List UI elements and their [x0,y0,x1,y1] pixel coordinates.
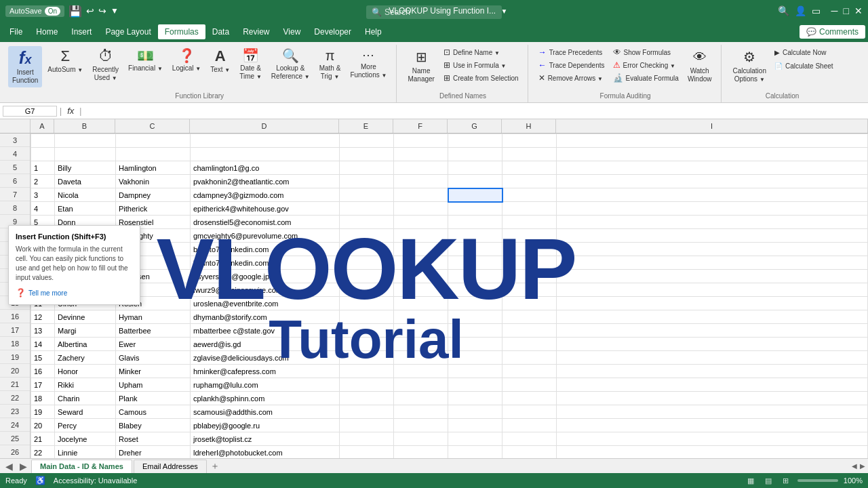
cell-r8-c6[interactable] [448,243,502,256]
remove-arrows-button[interactable]: ✕ Remove Arrows ▼ [535,72,608,84]
cell-r23-c7[interactable] [502,446,557,459]
cell-r18-c0[interactable]: 17 [31,378,55,392]
cell-r0-c2[interactable] [116,134,191,148]
minimize-icon[interactable]: ─ [831,5,838,16]
cell-r21-c6[interactable] [448,419,502,432]
cell-r10-c5[interactable] [394,270,448,283]
menu-item-developer[interactable]: Developer [307,24,358,39]
profile-icon[interactable]: 👤 [795,5,806,16]
cell-r8-c3[interactable]: bminto7@linkedin.com [191,243,340,256]
cell-r11-c8[interactable] [557,283,868,297]
cell-r16-c4[interactable] [340,351,394,365]
page-layout-button[interactable]: ▤ [762,474,774,487]
cell-r3-c5[interactable] [394,175,448,188]
cell-r15-c1[interactable]: Albertina [55,338,116,351]
cell-r3-c0[interactable]: 2 [31,175,55,188]
cell-r1-c3[interactable] [191,148,340,161]
row-header-20[interactable]: 22 [0,391,30,405]
cell-r0-c5[interactable] [394,134,448,148]
lookup-ref-button[interactable]: 🔍 Lookup &Reference ▼ [267,46,314,83]
cell-r18-c1[interactable]: Rikki [55,378,116,392]
tab-scroll-right-icon[interactable]: ▶ [860,462,865,470]
cell-r2-c3[interactable]: chamlington1@g.co [191,161,340,175]
cell-r17-c7[interactable] [502,365,557,378]
cell-r9-c6[interactable] [448,256,502,270]
col-header-E[interactable]: E [339,119,393,133]
cell-r16-c3[interactable]: zglavise@deliciousdays.com [191,351,340,365]
cell-r15-c2[interactable]: Ewer [116,338,191,351]
tooltip-link[interactable]: ❓ Tell me more [16,288,133,298]
cell-r20-c3[interactable]: scamousi@addthis.com [191,405,340,419]
zoom-slider[interactable] [797,479,838,482]
cell-r19-c7[interactable] [502,392,557,405]
formula-input[interactable] [84,107,865,115]
cell-r19-c1[interactable]: Charin [55,392,116,405]
create-from-selection-button[interactable]: ⊞ Create from Selection [440,72,522,84]
cell-r2-c7[interactable] [502,161,557,175]
cell-r1-c1[interactable] [55,148,116,161]
cell-r16-c6[interactable] [448,351,502,365]
cell-r21-c7[interactable] [502,419,557,432]
cell-r5-c0[interactable]: 4 [31,202,55,216]
cell-r19-c8[interactable] [557,392,868,405]
cell-r17-c2[interactable]: Minker [116,365,191,378]
name-manager-button[interactable]: ⊞ NameManager [403,46,438,86]
cell-r13-c5[interactable] [394,310,448,324]
cell-r13-c2[interactable]: Hyman [116,310,191,324]
cell-r23-c0[interactable]: 22 [31,446,55,459]
cell-r9-c5[interactable] [394,256,448,270]
cell-r14-c7[interactable] [502,324,557,338]
cell-r4-c5[interactable] [394,188,448,202]
define-name-button[interactable]: ⊡ Define Name ▼ [440,46,522,58]
tab-main-data[interactable]: Main Data - ID & Names [31,460,132,473]
cell-r21-c2[interactable]: Blabey [116,419,191,432]
cell-r14-c0[interactable]: 13 [31,324,55,338]
cell-r12-c8[interactable] [557,297,868,310]
cell-r0-c3[interactable] [191,134,340,148]
cell-r2-c4[interactable] [340,161,394,175]
cell-r13-c6[interactable] [448,310,502,324]
menu-item-file[interactable]: File [3,24,29,39]
cell-r6-c6[interactable] [448,216,502,229]
cell-r15-c3[interactable]: aewerd@is.gd [191,338,340,351]
cell-r23-c8[interactable] [557,446,868,459]
cell-r3-c7[interactable] [502,175,557,188]
col-header-F[interactable]: F [393,119,448,133]
cell-r15-c6[interactable] [448,338,502,351]
row-header-21[interactable]: 23 [0,405,30,418]
cell-r1-c7[interactable] [502,148,557,161]
cell-r12-c3[interactable]: uroslena@eventbrite.com [191,297,340,310]
text-button[interactable]: A Text ▼ [206,46,234,77]
cell-r3-c4[interactable] [340,175,394,188]
more-functions-button[interactable]: ⋯ MoreFunctions ▼ [346,46,391,82]
cell-r2-c8[interactable] [557,161,868,175]
use-in-formula-button[interactable]: ⊞ Use in Formula ▼ [440,59,522,71]
row-header-2[interactable]: 4 [0,147,30,161]
cell-r23-c4[interactable] [340,446,394,459]
cell-r20-c2[interactable]: Camous [116,405,191,419]
search-bar[interactable]: 🔍 Search [366,5,502,19]
name-box[interactable] [3,106,57,117]
financial-button[interactable]: 💵 Financial ▼ [124,46,167,75]
cell-r16-c8[interactable] [557,351,868,365]
cell-r11-c4[interactable] [340,283,394,297]
cell-r7-c8[interactable] [557,229,868,243]
cell-r19-c0[interactable]: 18 [31,392,55,405]
cell-r0-c4[interactable] [340,134,394,148]
cell-r14-c5[interactable] [394,324,448,338]
col-header-D[interactable]: D [190,119,339,133]
cell-r9-c7[interactable] [502,256,557,270]
page-break-button[interactable]: ⊞ [780,474,792,487]
cell-r4-c2[interactable]: Dampney [116,188,191,202]
cell-r7-c3[interactable]: gmcveighty6@purevolume.com [191,229,340,243]
menu-item-view[interactable]: View [277,24,308,39]
cell-r9-c4[interactable] [340,256,394,270]
calculation-options-button[interactable]: ⚙ CalculationOptions ▼ [728,46,770,86]
cell-r5-c3[interactable]: epitherick4@whitehouse.gov [191,202,340,216]
row-header-4[interactable]: 6 [0,174,30,188]
comments-button[interactable]: 💬 Comments [800,25,865,39]
cell-r8-c4[interactable] [340,243,394,256]
cell-r4-c1[interactable]: Nicola [55,188,116,202]
menu-item-help[interactable]: Help [358,24,389,39]
cell-r11-c3[interactable]: fwurz9@businesswire.com [191,283,340,297]
